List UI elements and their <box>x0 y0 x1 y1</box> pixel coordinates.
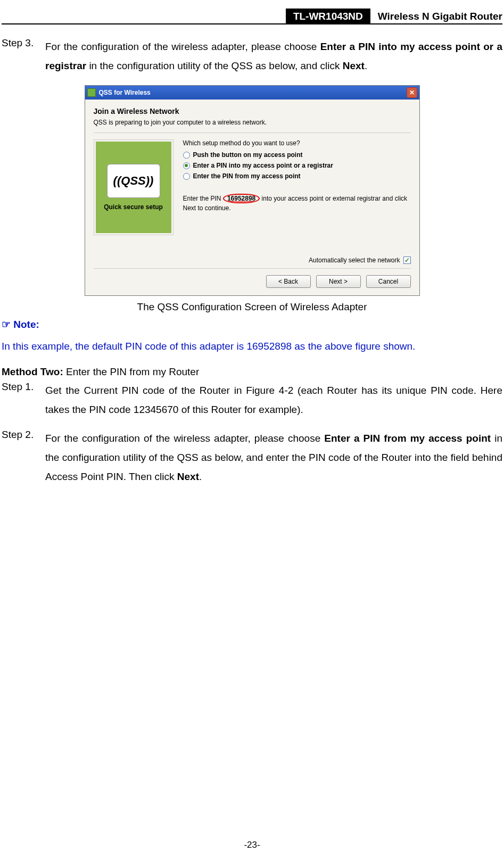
window-title: QSS for Wireless <box>99 89 151 96</box>
m2s2-b1: Enter a PIN from my access point <box>324 433 491 444</box>
m2-step-1: Step 1. Get the Current PIN code of the … <box>2 381 502 419</box>
m2-step-2-label: Step 2. <box>2 429 45 486</box>
qss-logo-sub: Quick secure setup <box>104 203 163 211</box>
next-button[interactable]: Next > <box>316 275 361 288</box>
m2s2-t1: For the configuration of the wireless ad… <box>45 433 324 444</box>
option-push-button[interactable]: Push the button on my access point <box>183 151 411 159</box>
step-3-label: Step 3. <box>2 37 45 76</box>
app-icon <box>87 88 96 97</box>
qss-logo-text: ((QSS)) <box>107 164 160 198</box>
auto-select-label: Automatically select the network <box>309 257 400 264</box>
pin-value: 16952898 <box>223 194 260 203</box>
step3-t1: For the configuration of the wireless ad… <box>45 41 320 52</box>
option-3-label: Enter the PIN from my access point <box>193 172 301 180</box>
header-row: TL-WR1043ND Wireless N Gigabit Router <box>286 9 502 24</box>
m2-step-2-body: For the configuration of the wireless ad… <box>45 429 502 486</box>
option-enter-pin-into-ap[interactable]: Enter a PIN into my access point or a re… <box>183 162 411 169</box>
qss-window: QSS for Wireless ✕ Join a Wireless Netwo… <box>85 85 420 296</box>
m2-step-1-label: Step 1. <box>2 381 45 419</box>
titlebar: QSS for Wireless ✕ <box>85 86 419 100</box>
setup-question: Which setup method do you want to use? <box>183 139 411 147</box>
step3-t2: in the configuration utility of the QSS … <box>86 60 343 71</box>
m2-step-2: Step 2. For the configuration of the wir… <box>2 429 502 486</box>
radio-icon <box>183 152 190 159</box>
m2s2-t3: . <box>199 471 202 482</box>
panel-subtitle: QSS is preparing to join your computer t… <box>94 119 411 130</box>
close-icon[interactable]: ✕ <box>407 87 417 98</box>
method-two-heading: Method Two: Enter the PIN from my Router <box>2 364 502 380</box>
radio-icon <box>183 162 190 169</box>
back-button[interactable]: < Back <box>266 275 311 288</box>
step-3: Step 3. For the configuration of the wir… <box>2 37 502 76</box>
auto-select-checkbox[interactable]: ✓ <box>403 257 411 264</box>
option-2-label: Enter a PIN into my access point or a re… <box>193 162 333 169</box>
pin-pre: Enter the PIN <box>183 195 223 202</box>
m2-step-1-body: Get the Current PIN code of the Router i… <box>45 381 502 419</box>
step3-t3: . <box>365 60 367 71</box>
option-1-label: Push the button on my access point <box>193 151 303 159</box>
step3-b2: Next <box>343 60 365 71</box>
note-heading: ☞ Note: <box>2 318 502 330</box>
qss-logo-panel: ((QSS)) Quick secure setup <box>94 139 173 235</box>
radio-icon <box>183 173 190 180</box>
pin-instruction: Enter the PIN 16952898 into your access … <box>183 194 411 213</box>
page-number: -23- <box>0 840 504 850</box>
note-body: In this example, the default PIN code of… <box>2 339 502 354</box>
figure-caption: The QSS Configuration Screen of Wireless… <box>137 301 367 313</box>
method-two-bold: Method Two: <box>2 366 63 377</box>
cancel-button[interactable]: Cancel <box>366 275 411 288</box>
header-rule: TL-WR1043ND Wireless N Gigabit Router <box>2 23 502 24</box>
panel-title: Join a Wireless Network <box>94 104 411 119</box>
method-two-rest: Enter the PIN from my Router <box>63 366 200 377</box>
m2s2-b2: Next <box>177 471 199 482</box>
product-name: Wireless N Gigabit Router <box>370 9 502 24</box>
model-label: TL-WR1043ND <box>286 9 370 24</box>
option-enter-pin-from-ap[interactable]: Enter the PIN from my access point <box>183 172 411 180</box>
step-3-body: For the configuration of the wireless ad… <box>45 37 502 76</box>
